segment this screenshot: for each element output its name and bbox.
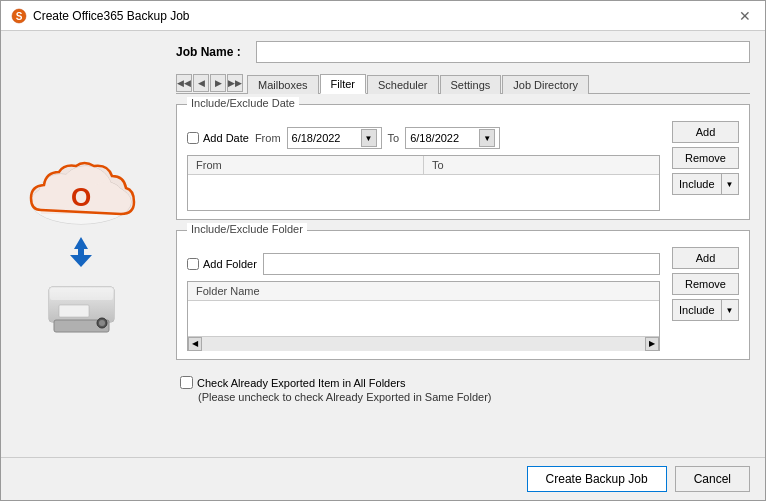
cloud-icon: O (26, 152, 136, 227)
folder-remove-btn[interactable]: Remove (672, 273, 739, 295)
date-include-dropdown[interactable]: Include ▼ (672, 173, 739, 195)
svg-rect-13 (78, 249, 84, 259)
tab-nav-first[interactable]: ◀◀ (176, 74, 192, 92)
svg-text:S: S (16, 11, 23, 22)
to-date-dropdown-btn[interactable]: ▼ (479, 129, 495, 147)
folder-table-header: Folder Name (188, 282, 659, 301)
date-add-btn[interactable]: Add (672, 121, 739, 143)
folder-include-arrow-icon[interactable]: ▼ (721, 300, 738, 320)
left-panel: O (1, 31, 161, 457)
folder-section-title: Include/Exclude Folder (187, 223, 307, 235)
folder-left: Add Folder Folder Name (187, 247, 660, 351)
tab-scheduler[interactable]: Scheduler (367, 75, 439, 94)
tab-mailboxes[interactable]: Mailboxes (247, 75, 319, 94)
dialog-body: O (1, 31, 765, 457)
tabs-bar: ◀◀ ◀ ▶ ▶▶ Mailboxes Filter Scheduler Set… (176, 73, 750, 94)
date-include-label: Include (673, 178, 720, 190)
svg-point-20 (99, 320, 105, 326)
date-section-content: Add Date From ▼ To ▼ (187, 121, 739, 211)
tab-filter[interactable]: Filter (320, 74, 366, 94)
date-section-title: Include/Exclude Date (187, 97, 299, 109)
date-table-header: From To (188, 156, 659, 175)
date-table-body (188, 175, 659, 210)
folder-action-buttons: Add Remove Include ▼ (672, 247, 739, 321)
job-name-row: Job Name : (176, 41, 750, 63)
to-date-input[interactable] (410, 132, 475, 144)
folder-section-content: Add Folder Folder Name (187, 247, 739, 351)
folder-section-inner: Add Folder Folder Name (187, 239, 739, 351)
tab-job-directory[interactable]: Job Directory (502, 75, 589, 94)
date-col-from: From (188, 156, 424, 174)
title-bar: S Create Office365 Backup Job ✕ (1, 1, 765, 31)
date-col-to: To (424, 156, 659, 174)
app-icon: S (11, 8, 27, 24)
check-already-label[interactable]: Check Already Exported Item in All Folde… (180, 376, 750, 389)
svg-rect-18 (59, 305, 89, 317)
create-backup-btn[interactable]: Create Backup Job (527, 466, 667, 492)
tab-nav-next[interactable]: ▶ (210, 74, 226, 92)
to-label: To (388, 132, 400, 144)
job-name-label: Job Name : (176, 45, 246, 59)
check-already-section: Check Already Exported Item in All Folde… (176, 376, 750, 403)
folder-table: Folder Name ◀ ▶ (187, 281, 660, 351)
from-date-dropdown-btn[interactable]: ▼ (361, 129, 377, 147)
tab-nav-last[interactable]: ▶▶ (227, 74, 243, 92)
add-date-label: Add Date (203, 132, 249, 144)
scroll-left-btn[interactable]: ◀ (188, 337, 202, 351)
add-folder-label: Add Folder (203, 258, 257, 270)
folder-add-btn[interactable]: Add (672, 247, 739, 269)
include-exclude-date-section: Include/Exclude Date Add Date From (176, 104, 750, 220)
arrow-down-icon (66, 237, 96, 267)
folder-scrollbar[interactable]: ◀ ▶ (188, 336, 659, 350)
tab-settings[interactable]: Settings (440, 75, 502, 94)
scroll-right-btn[interactable]: ▶ (645, 337, 659, 351)
folder-include-dropdown[interactable]: Include ▼ (672, 299, 739, 321)
main-dialog: S Create Office365 Backup Job ✕ (0, 0, 766, 501)
folder-col-name: Folder Name (188, 282, 659, 300)
date-action-buttons: Add Remove Include ▼ (672, 121, 739, 195)
add-date-checkbox[interactable] (187, 132, 199, 144)
add-date-row: Add Date From ▼ To ▼ (187, 127, 660, 149)
to-date-picker[interactable]: ▼ (405, 127, 500, 149)
cancel-btn[interactable]: Cancel (675, 466, 750, 492)
add-date-checkbox-label[interactable]: Add Date (187, 132, 249, 144)
add-folder-checkbox[interactable] (187, 258, 199, 270)
check-already-note: (Please uncheck to check Already Exporte… (180, 391, 750, 403)
tab-navigation: ◀◀ ◀ ▶ ▶▶ (176, 74, 243, 92)
from-label: From (255, 132, 281, 144)
right-panel: Job Name : ◀◀ ◀ ▶ ▶▶ Mailboxes Filter Sc… (161, 31, 765, 457)
dialog-title: Create Office365 Backup Job (33, 9, 190, 23)
date-table: From To (187, 155, 660, 211)
date-remove-btn[interactable]: Remove (672, 147, 739, 169)
include-exclude-folder-section: Include/Exclude Folder Add Folder (176, 230, 750, 360)
scroll-track[interactable] (202, 337, 645, 351)
date-section-inner: Add Date From ▼ To ▼ (187, 113, 739, 211)
from-date-picker[interactable]: ▼ (287, 127, 382, 149)
svg-rect-16 (50, 288, 113, 300)
job-name-input[interactable] (256, 41, 750, 63)
date-include-arrow-icon[interactable]: ▼ (721, 174, 738, 194)
add-folder-checkbox-label[interactable]: Add Folder (187, 258, 257, 270)
date-left: Add Date From ▼ To ▼ (187, 121, 660, 211)
title-bar-left: S Create Office365 Backup Job (11, 8, 190, 24)
check-already-text: Check Already Exported Item in All Folde… (197, 377, 405, 389)
disk-icon (44, 277, 119, 337)
add-folder-row: Add Folder (187, 253, 660, 275)
folder-table-body (188, 301, 659, 336)
folder-include-label: Include (673, 304, 720, 316)
check-already-checkbox[interactable] (180, 376, 193, 389)
close-button[interactable]: ✕ (735, 6, 755, 26)
dialog-footer: Create Backup Job Cancel (1, 457, 765, 500)
tab-nav-prev[interactable]: ◀ (193, 74, 209, 92)
svg-text:O: O (71, 182, 91, 212)
from-date-input[interactable] (292, 132, 357, 144)
folder-name-input[interactable] (263, 253, 660, 275)
